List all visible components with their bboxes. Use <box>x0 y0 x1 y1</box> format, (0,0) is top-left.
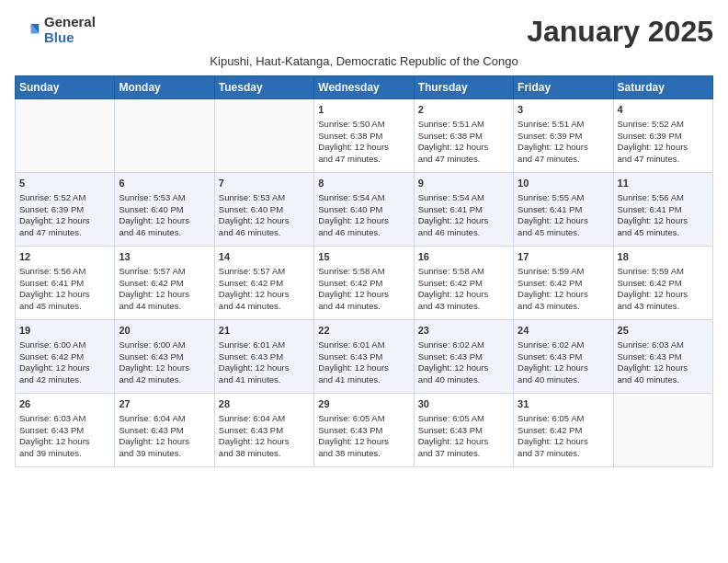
weekday-header-saturday: Saturday <box>613 76 712 99</box>
day-info-line: Sunrise: 5:54 AM <box>418 192 509 204</box>
calendar-day-13: 13Sunrise: 5:57 AMSunset: 6:42 PMDayligh… <box>115 247 214 320</box>
day-info-line: Sunrise: 5:51 AM <box>418 119 509 131</box>
calendar-day-11: 11Sunrise: 5:56 AMSunset: 6:41 PMDayligh… <box>613 173 712 247</box>
calendar-day-22: 22Sunrise: 6:01 AMSunset: 6:43 PMDayligh… <box>314 320 414 394</box>
calendar-day-16: 16Sunrise: 5:58 AMSunset: 6:42 PMDayligh… <box>414 247 513 320</box>
day-info-line: Sunset: 6:42 PM <box>618 278 709 290</box>
day-number: 10 <box>518 177 609 190</box>
day-info-line: and 40 minutes. <box>418 374 509 386</box>
day-number: 31 <box>518 397 609 411</box>
day-info-line: Sunset: 6:43 PM <box>219 351 310 363</box>
logo: General Blue <box>15 15 96 45</box>
day-info-line: Sunrise: 5:57 AM <box>219 266 310 278</box>
day-info-line: Daylight: 12 hours <box>418 142 509 154</box>
day-number: 16 <box>418 250 509 264</box>
day-info-line: Sunrise: 6:05 AM <box>518 413 609 425</box>
day-info-line: Sunset: 6:39 PM <box>19 204 110 216</box>
day-info-line: and 47 minutes. <box>318 154 409 166</box>
day-info-line: Daylight: 12 hours <box>518 142 609 154</box>
page-header: General Blue January 2025 <box>15 15 713 49</box>
day-info-line: Sunrise: 5:52 AM <box>618 119 709 131</box>
calendar-week-row: 19Sunrise: 6:00 AMSunset: 6:42 PMDayligh… <box>16 320 713 394</box>
day-info-line: Sunset: 6:43 PM <box>19 425 110 437</box>
calendar-body: 1Sunrise: 5:50 AMSunset: 6:38 PMDaylight… <box>16 99 713 467</box>
day-info-line: Sunrise: 5:54 AM <box>318 192 409 204</box>
month-year-title: January 2025 <box>527 15 713 49</box>
weekday-header-row: SundayMondayTuesdayWednesdayThursdayFrid… <box>16 76 713 99</box>
day-info-line: and 45 minutes. <box>618 227 709 239</box>
weekday-header-sunday: Sunday <box>16 76 115 99</box>
day-info-line: Sunrise: 6:02 AM <box>418 339 509 351</box>
calendar-day-4: 4Sunrise: 5:52 AMSunset: 6:39 PMDaylight… <box>613 99 712 173</box>
day-info-line: Daylight: 12 hours <box>418 436 509 448</box>
calendar-day-10: 10Sunrise: 5:55 AMSunset: 6:41 PMDayligh… <box>514 173 613 247</box>
day-info-line: and 47 minutes. <box>518 154 609 166</box>
day-info-line: Sunset: 6:41 PM <box>618 204 709 216</box>
day-info-line: and 38 minutes. <box>318 448 409 460</box>
day-number: 30 <box>418 397 509 411</box>
day-info-line: Daylight: 12 hours <box>318 362 409 374</box>
day-number: 18 <box>618 250 709 264</box>
day-info-line: Sunset: 6:42 PM <box>318 278 409 290</box>
day-info-line: Sunrise: 5:53 AM <box>219 192 310 204</box>
day-info-line: Sunset: 6:43 PM <box>518 351 609 363</box>
day-info-line: Daylight: 12 hours <box>19 215 110 227</box>
day-info-line: Sunset: 6:43 PM <box>119 351 210 363</box>
day-info-line: Daylight: 12 hours <box>19 362 110 374</box>
day-number: 4 <box>618 103 709 117</box>
day-number: 9 <box>418 177 509 190</box>
calendar-day-23: 23Sunrise: 6:02 AMSunset: 6:43 PMDayligh… <box>414 320 513 394</box>
day-info-line: Daylight: 12 hours <box>618 289 709 301</box>
day-info-line: Sunrise: 6:03 AM <box>19 413 110 425</box>
calendar-day-5: 5Sunrise: 5:52 AMSunset: 6:39 PMDaylight… <box>16 173 115 247</box>
day-number: 14 <box>219 250 310 264</box>
day-info-line: Sunset: 6:39 PM <box>518 131 609 143</box>
day-info-line: Sunset: 6:41 PM <box>418 204 509 216</box>
day-info-line: Sunset: 6:43 PM <box>318 351 409 363</box>
calendar-header: SundayMondayTuesdayWednesdayThursdayFrid… <box>16 76 713 99</box>
day-number: 27 <box>119 397 210 411</box>
day-info-line: Sunrise: 5:50 AM <box>318 119 409 131</box>
calendar-day-8: 8Sunrise: 5:54 AMSunset: 6:40 PMDaylight… <box>314 173 414 247</box>
day-info-line: Daylight: 12 hours <box>19 289 110 301</box>
day-info-line: Sunrise: 5:55 AM <box>518 192 609 204</box>
day-info-line: and 43 minutes. <box>618 301 709 313</box>
day-number: 26 <box>19 397 110 411</box>
calendar-day-empty <box>613 394 712 467</box>
calendar-week-row: 5Sunrise: 5:52 AMSunset: 6:39 PMDaylight… <box>16 173 713 247</box>
day-info-line: Daylight: 12 hours <box>119 436 210 448</box>
day-info-line: Daylight: 12 hours <box>518 362 609 374</box>
day-info-line: and 47 minutes. <box>418 154 509 166</box>
day-number: 15 <box>318 250 409 264</box>
day-info-line: and 44 minutes. <box>219 301 310 313</box>
day-info-line: Daylight: 12 hours <box>219 362 310 374</box>
day-info-line: and 41 minutes. <box>318 374 409 386</box>
day-info-line: Sunrise: 5:58 AM <box>318 266 409 278</box>
day-number: 13 <box>119 250 210 264</box>
weekday-header-friday: Friday <box>514 76 613 99</box>
day-info-line: Daylight: 12 hours <box>219 215 310 227</box>
calendar-week-row: 26Sunrise: 6:03 AMSunset: 6:43 PMDayligh… <box>16 394 713 467</box>
day-info-line: Sunset: 6:42 PM <box>119 278 210 290</box>
calendar-day-18: 18Sunrise: 5:59 AMSunset: 6:42 PMDayligh… <box>613 247 712 320</box>
calendar-day-28: 28Sunrise: 6:04 AMSunset: 6:43 PMDayligh… <box>214 394 313 467</box>
day-info-line: and 45 minutes. <box>19 301 110 313</box>
logo-text: General Blue <box>44 15 96 45</box>
day-info-line: Sunset: 6:41 PM <box>518 204 609 216</box>
day-info-line: and 46 minutes. <box>318 227 409 239</box>
logo-icon <box>15 17 40 43</box>
day-info-line: and 46 minutes. <box>219 227 310 239</box>
day-info-line: Sunset: 6:43 PM <box>618 351 709 363</box>
weekday-header-monday: Monday <box>115 76 214 99</box>
day-info-line: Daylight: 12 hours <box>418 215 509 227</box>
day-number: 19 <box>19 324 110 338</box>
day-info-line: and 42 minutes. <box>19 374 110 386</box>
day-info-line: Sunrise: 5:56 AM <box>19 266 110 278</box>
logo-blue: Blue <box>44 30 96 46</box>
day-info-line: Sunrise: 6:01 AM <box>318 339 409 351</box>
day-number: 1 <box>318 103 409 117</box>
day-info-line: and 39 minutes. <box>119 448 210 460</box>
calendar-day-empty <box>115 99 214 173</box>
day-info-line: Sunrise: 6:00 AM <box>19 339 110 351</box>
day-info-line: and 43 minutes. <box>418 301 509 313</box>
